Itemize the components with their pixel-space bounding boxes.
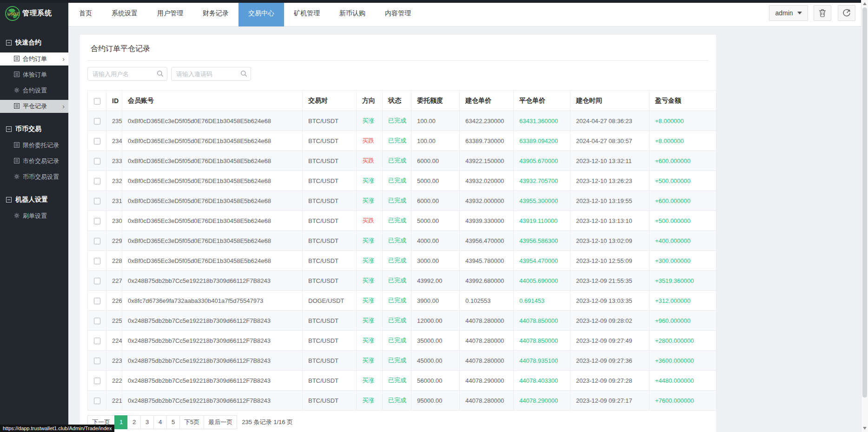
row-checkbox[interactable] bbox=[94, 378, 100, 384]
cell-direction: 买涨 bbox=[357, 271, 383, 291]
scrollbar[interactable] bbox=[861, 0, 868, 432]
cell-direction: 买涨 bbox=[357, 231, 383, 251]
scroll-up-arrow[interactable] bbox=[863, 2, 867, 5]
nav-tab[interactable]: 用户管理 bbox=[147, 0, 193, 26]
row-checkbox[interactable] bbox=[94, 398, 100, 404]
cell-close-price: 43955.300000 bbox=[514, 191, 570, 211]
pagination-page-button[interactable]: 5 bbox=[166, 415, 180, 429]
row-checkbox[interactable] bbox=[94, 258, 100, 264]
sidebar-section-title: 机器人设置 bbox=[15, 196, 48, 204]
row-checkbox[interactable] bbox=[94, 278, 100, 284]
pagination-last-button[interactable]: 最后一页 bbox=[204, 415, 237, 429]
nav-tab[interactable]: 内容管理 bbox=[375, 0, 421, 26]
caret-down-icon bbox=[797, 12, 802, 14]
cell-close-price: 44078.403300 bbox=[514, 371, 570, 391]
cell-account: 0xBf0cD365Ec3eD5f05d0E76DE1b30458E5b624e… bbox=[122, 231, 303, 251]
scroll-thumb[interactable] bbox=[862, 7, 867, 398]
cell-close-price: 43919.110000 bbox=[514, 211, 570, 231]
sidebar-item[interactable]: 刷单设置 › bbox=[0, 209, 68, 223]
cell-profit: +960.000000 bbox=[649, 311, 716, 331]
admin-label: admin bbox=[775, 9, 793, 17]
scroll-down-arrow[interactable] bbox=[863, 427, 867, 430]
cell-amount: 5000.00 bbox=[411, 171, 460, 191]
nav-tab-label: 首页 bbox=[79, 9, 92, 17]
nav-tab[interactable]: 首页 bbox=[69, 0, 102, 26]
sidebar-item[interactable]: 体验订单 › bbox=[0, 68, 68, 81]
cell-account: 0xBf0cD365Ec3eD5f05d0E76DE1b30458E5b624e… bbox=[122, 111, 303, 131]
cell-account: 0xBf0cD365Ec3eD5f05d0E76DE1b30458E5b624e… bbox=[122, 151, 303, 171]
cell-pair: BTC/USDT bbox=[303, 191, 357, 211]
cell-open-time: 2023-12-10 13:02:09 bbox=[570, 231, 649, 251]
cell-amount: 43992.00 bbox=[411, 271, 460, 291]
cell-amount: 100.00 bbox=[411, 131, 460, 151]
list-icon bbox=[14, 142, 20, 148]
cell-open-price: 44078.290000 bbox=[460, 371, 514, 391]
cell-account: 0xBf0cD365Ec3eD5f05d0E76DE1b30458E5b624e… bbox=[122, 171, 303, 191]
row-checkbox[interactable] bbox=[94, 238, 100, 244]
cell-amount: 4000.00 bbox=[411, 231, 460, 251]
sidebar-item[interactable]: 市价交易记录 › bbox=[0, 155, 68, 168]
cell-profit: +3519.360000 bbox=[649, 271, 716, 291]
status-url: https://dapp.trustwallet1.club/Admin/Tra… bbox=[0, 425, 114, 432]
search-invite-box bbox=[171, 67, 251, 81]
sidebar-item[interactable]: 平仓记录 › bbox=[0, 100, 68, 113]
nav-tab[interactable]: 财务记录 bbox=[193, 0, 239, 26]
nav-tab[interactable]: 新币认购 bbox=[330, 0, 375, 26]
admin-menu-button[interactable]: admin bbox=[769, 5, 808, 21]
pagination-page-button[interactable]: 2 bbox=[127, 415, 141, 429]
sidebar-section-header[interactable]: 币币交易 bbox=[0, 123, 68, 136]
cell-profit: +3600.000000 bbox=[649, 351, 716, 371]
select-all-checkbox[interactable] bbox=[94, 98, 100, 105]
cell-account: 0x8fc7d6736e9fa732aaba330b401a7f5d755479… bbox=[122, 291, 303, 311]
trash-button[interactable] bbox=[814, 5, 831, 21]
sidebar-section-title: 币币交易 bbox=[15, 125, 41, 133]
pagination-next5-button[interactable]: 下5页 bbox=[179, 415, 204, 429]
pagination-page-button[interactable]: 4 bbox=[153, 415, 167, 429]
row-checkbox[interactable] bbox=[94, 138, 100, 144]
sidebar-item[interactable]: 限价委托记录 › bbox=[0, 139, 68, 152]
cell-status: 已完成 bbox=[383, 191, 411, 211]
cell-profit: +8.000000 bbox=[649, 111, 716, 131]
row-checkbox[interactable] bbox=[94, 298, 100, 304]
row-checkbox[interactable] bbox=[94, 358, 100, 364]
row-checkbox[interactable] bbox=[94, 198, 100, 204]
nav-tab[interactable]: 交易中心 bbox=[239, 0, 284, 26]
row-checkbox[interactable] bbox=[94, 158, 100, 164]
search-username-input[interactable] bbox=[87, 67, 167, 81]
sidebar-section-header[interactable]: 机器人设置 bbox=[0, 194, 68, 207]
sidebar-section-header[interactable]: 快速合约 bbox=[0, 37, 68, 50]
row-checkbox[interactable] bbox=[94, 318, 100, 324]
pagination-page-button[interactable]: 1 bbox=[114, 415, 128, 429]
cell-id: 230 bbox=[106, 211, 122, 231]
sidebar-item[interactable]: 币币交易设置 › bbox=[0, 170, 68, 183]
svg-text:USDZ: USDZ bbox=[7, 12, 19, 16]
cell-pair: BTC/USDT bbox=[303, 331, 357, 351]
sidebar-item[interactable]: 合约设置 › bbox=[0, 84, 68, 97]
cell-direction: 买涨 bbox=[357, 291, 383, 311]
cell-pair: BTC/USDT bbox=[303, 271, 357, 291]
cell-status: 已完成 bbox=[383, 171, 411, 191]
search-icon[interactable] bbox=[240, 70, 247, 79]
table-row: 221 0x248B75db2bb7Cc5e192218b7309d66112F… bbox=[88, 391, 716, 411]
cell-profit: +400.000000 bbox=[649, 231, 716, 251]
search-icon[interactable] bbox=[157, 70, 164, 79]
table-row: 235 0xBf0cD365Ec3eD5f05d0E76DE1b30458E5b… bbox=[88, 111, 716, 131]
top-bar: USDZ 管理系统 首页系统设置用户管理财务记录交易中心矿机管理新币认购内容管理… bbox=[0, 0, 861, 26]
row-checkbox[interactable] bbox=[94, 118, 100, 124]
row-checkbox[interactable] bbox=[94, 218, 100, 224]
pagination-page-button[interactable]: 3 bbox=[140, 415, 154, 429]
nav-tab[interactable]: 系统设置 bbox=[102, 0, 147, 26]
cell-status: 已完成 bbox=[383, 271, 411, 291]
nav-tab[interactable]: 矿机管理 bbox=[284, 0, 330, 26]
cell-amount: 100.00 bbox=[411, 111, 460, 131]
sidebar-item[interactable]: 合约订单 › bbox=[0, 52, 68, 65]
logo-title: 管理系统 bbox=[22, 9, 52, 18]
row-checkbox[interactable] bbox=[94, 178, 100, 184]
cell-amount: 3900.00 bbox=[411, 291, 460, 311]
cell-account: 0x248B75db2bb7Cc5e192218b7309d66112F7B82… bbox=[122, 331, 303, 351]
nav-tab-label: 新币认购 bbox=[339, 9, 365, 17]
title-divider bbox=[87, 60, 709, 61]
logout-button[interactable] bbox=[838, 5, 855, 21]
search-invite-input[interactable] bbox=[171, 67, 251, 81]
row-checkbox[interactable] bbox=[94, 338, 100, 344]
